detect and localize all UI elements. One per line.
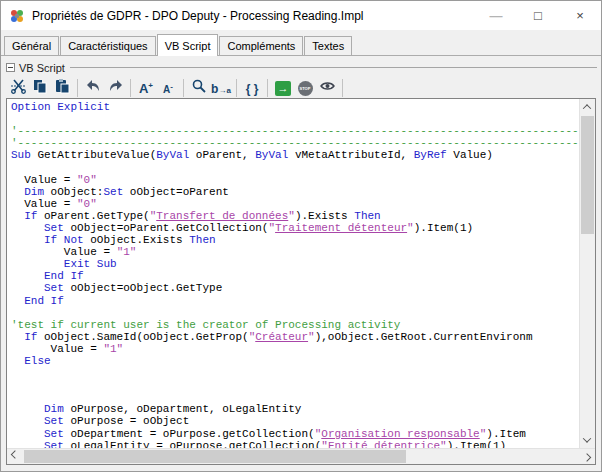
code-line: Set oObject=oParent.GetCollection("Trait… [11,222,579,234]
code-line [11,367,579,379]
font-decrease-button[interactable]: A- [157,78,179,99]
properties-dialog: Propriétés de GDPR - DPO Deputy - Proces… [0,0,602,472]
copy-button[interactable] [29,78,51,99]
code-line: If Not oObject.Exists Then [11,234,579,246]
watch-button[interactable] [316,78,338,99]
cut-icon [10,78,27,98]
font-decrease-icon: A- [163,79,173,97]
chevron-left-icon [11,450,19,458]
vertical-scrollbar[interactable] [579,99,595,448]
code-line [11,391,579,403]
chevron-right-icon [583,453,591,461]
code-line: Else [11,355,579,367]
code-line [11,113,579,125]
groupbox-label: VB Script [19,62,65,74]
code-line: Set oDepartment = oPurpose.getCollection… [11,428,579,440]
vertical-scroll-thumb[interactable] [581,116,594,234]
code-line: '---------------------------------------… [11,125,579,137]
code-line: If oParent.GetType("Transfert de données… [11,210,579,222]
scroll-up-button[interactable] [579,99,595,115]
code-line: End If [11,270,579,282]
window-title: Propriétés de GDPR - DPO Deputy - Proces… [32,9,475,23]
paste-icon [54,78,71,98]
stop-icon: STOP [298,81,313,96]
code-line: Value = "1" [11,246,579,258]
code-line: Exit Sub [11,258,579,270]
code-area[interactable]: Option Explicit '-----------------------… [7,99,579,448]
vbscript-groupbox-header: VB Script [6,61,597,74]
braces-button[interactable]: { } [241,78,263,99]
chevron-up-icon [583,104,591,112]
toolbar-separator [130,79,131,97]
maximize-button[interactable]: □ [517,1,559,30]
replace-icon: b→a [211,79,231,97]
close-button[interactable]: × [559,1,601,30]
minimize-button[interactable]: — [475,1,517,30]
toolbar-separator [183,79,184,97]
scroll-right-button[interactable] [579,448,595,464]
font-increase-icon: A+ [139,79,153,97]
toolbar-separator [77,79,78,97]
watch-icon [319,78,336,98]
tab-vb-script[interactable]: VB Script [157,34,219,56]
code-line: Set oLegalEntity = oPurpose.getCollectio… [11,440,579,448]
code-line: Value = "1" [11,343,579,355]
code-line: Dim oPurpose, oDepartment, oLegalEntity [11,403,579,415]
code-line: Value = "0" [11,198,579,210]
find-button[interactable] [188,78,210,99]
tab-strip: GénéralCaractéristiquesVB ScriptCompléme… [1,30,601,56]
code-line: Set oObject=oObject.GetType [11,282,579,294]
code-line: If oObject.SameId(oObject.GetProp("Créat… [11,331,579,343]
scroll-left-button[interactable] [7,448,23,464]
toolbar-separator [342,79,343,97]
code-line: Dim oObject:Set oObject=oParent [11,186,579,198]
code-line: Option Explicit [11,101,579,113]
font-increase-button[interactable]: A+ [135,78,157,99]
scroll-down-button[interactable] [579,432,595,448]
tab-textes[interactable]: Textes [304,36,352,55]
undo-icon [85,78,102,98]
horizontal-scrollbar[interactable] [7,448,595,464]
chevron-down-icon [583,434,591,442]
braces-icon: { } [246,79,259,97]
code-line: Value = "0" [11,174,579,186]
vbscript-editor[interactable]: Option Explicit '-----------------------… [6,98,596,465]
horizontal-scroll-thumb[interactable] [24,450,406,463]
replace-button[interactable]: b→a [210,78,232,99]
redo-icon [107,78,124,98]
code-line: 'test if current user is the creator of … [11,319,579,331]
groupbox-rule [70,67,597,68]
run-icon: → [275,81,291,96]
stop-button[interactable]: STOP [294,78,316,99]
tab-compl-ments[interactable]: Compléments [219,36,303,55]
run-button[interactable]: → [272,78,294,99]
code-line: End If [11,295,579,307]
cut-button[interactable] [7,78,29,99]
tab-caract-ristiques[interactable]: Caractéristiques [60,36,155,55]
toolbar-separator [236,79,237,97]
code-line [11,307,579,319]
title-bar[interactable]: Propriétés de GDPR - DPO Deputy - Proces… [1,1,601,30]
toolbar-separator [267,79,268,97]
code-line [11,161,579,173]
code-line: Sub GetAttributeValue(ByVal oParent, ByV… [11,149,579,161]
collapse-toggle-icon[interactable] [6,63,15,72]
code-line: '---------------------------------------… [11,137,579,149]
tab-g-n-ral[interactable]: Général [4,36,59,55]
copy-icon [32,78,49,98]
code-line: Set oPurpose = oObject [11,415,579,427]
code-line [11,379,579,391]
undo-button[interactable] [82,78,104,99]
redo-button[interactable] [104,78,126,99]
paste-button[interactable] [51,78,73,99]
find-icon [191,78,208,98]
app-icon [9,8,25,24]
